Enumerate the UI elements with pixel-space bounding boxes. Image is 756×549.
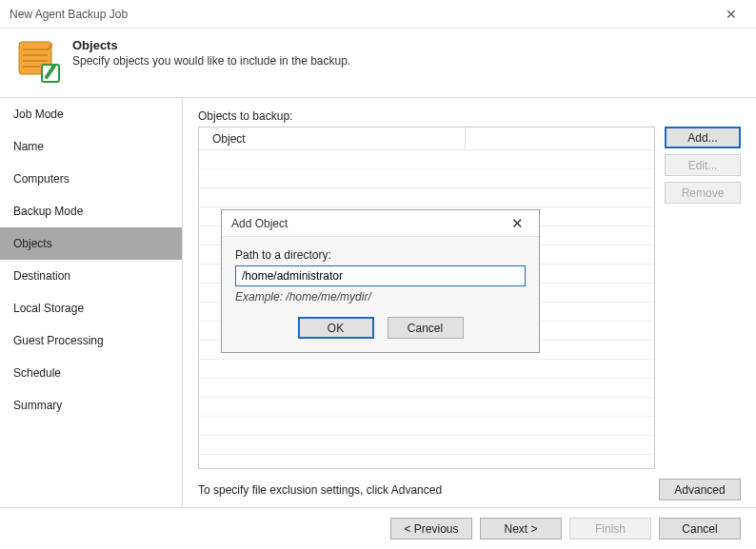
dialog-titlebar: Add Object ✕ — [222, 210, 539, 237]
dialog-buttons: OK Cancel — [235, 317, 526, 339]
titlebar: New Agent Backup Job ✕ — [0, 0, 756, 29]
table-row[interactable] — [199, 398, 654, 417]
sidebar-item-name[interactable]: Name — [0, 130, 182, 163]
next-button[interactable]: Next > — [480, 518, 562, 539]
sidebar-item-label: Guest Processing — [13, 334, 104, 347]
sidebar-item-destination[interactable]: Destination — [0, 260, 182, 292]
close-icon[interactable]: ✕ — [716, 3, 746, 26]
remove-button: Remove — [665, 182, 741, 204]
finish-button: Finish — [569, 518, 651, 539]
page-header: Objects Specify objects you would like t… — [0, 29, 756, 98]
dialog-ok-button[interactable]: OK — [298, 317, 374, 339]
page-subtitle: Specify objects you would like to includ… — [72, 54, 350, 68]
page-title: Objects — [72, 38, 350, 52]
previous-button[interactable]: < Previous — [390, 518, 472, 539]
table-row[interactable] — [199, 169, 654, 188]
path-input[interactable] — [235, 265, 526, 286]
sidebar-item-label: Computers — [13, 172, 70, 186]
sidebar-item-computers[interactable]: Computers — [0, 163, 182, 195]
path-example: Example: /home/me/mydir/ — [235, 290, 526, 304]
column-object[interactable]: Object — [207, 127, 466, 149]
edit-button: Edit... — [665, 154, 741, 176]
path-label: Path to a directory: — [235, 248, 526, 262]
sidebar-item-label: Schedule — [13, 366, 61, 380]
sidebar-item-guest-processing[interactable]: Guest Processing — [0, 324, 182, 357]
table-row[interactable] — [199, 379, 654, 398]
header-text: Objects Specify objects you would like t… — [72, 38, 350, 68]
sidebar-item-label: Summary — [13, 399, 62, 412]
sidebar-item-label: Backup Mode — [13, 205, 83, 218]
table-row[interactable] — [199, 188, 654, 207]
sidebar-item-label: Name — [13, 140, 44, 153]
table-row[interactable] — [199, 360, 654, 379]
cancel-button[interactable]: Cancel — [659, 518, 741, 539]
dialog-close-icon[interactable]: ✕ — [506, 213, 529, 234]
sidebar-item-summary[interactable]: Summary — [0, 389, 182, 422]
dialog-title: Add Object — [231, 217, 288, 230]
grid-side-buttons: Add... Edit... Remove — [665, 127, 741, 469]
sidebar-item-label: Local Storage — [13, 302, 84, 315]
table-row[interactable] — [199, 417, 654, 436]
wizard-sidebar: Job Mode Name Computers Backup Mode Obje… — [0, 98, 183, 507]
grid-header: Object — [199, 127, 654, 150]
sidebar-item-label: Job Mode — [13, 108, 64, 121]
table-row[interactable] — [199, 436, 654, 455]
add-button[interactable]: Add... — [665, 127, 741, 148]
sidebar-item-job-mode[interactable]: Job Mode — [0, 98, 182, 130]
objects-icon — [15, 38, 61, 84]
dialog-body: Path to a directory: Example: /home/me/m… — [222, 237, 539, 352]
sidebar-item-label: Objects — [13, 237, 52, 250]
objects-to-backup-label: Objects to backup: — [198, 109, 741, 123]
sidebar-item-label: Destination — [13, 269, 70, 283]
wizard-footer: < Previous Next > Finish Cancel — [0, 507, 756, 549]
sidebar-item-schedule[interactable]: Schedule — [0, 357, 182, 389]
sidebar-item-local-storage[interactable]: Local Storage — [0, 292, 182, 324]
add-object-dialog: Add Object ✕ Path to a directory: Exampl… — [221, 209, 540, 353]
sidebar-item-backup-mode[interactable]: Backup Mode — [0, 195, 182, 227]
window-title: New Agent Backup Job — [10, 8, 128, 21]
dialog-cancel-button[interactable]: Cancel — [388, 317, 464, 339]
table-row[interactable] — [199, 150, 654, 169]
hint-row: To specify file exclusion settings, clic… — [198, 479, 741, 500]
sidebar-item-objects[interactable]: Objects — [0, 227, 182, 260]
exclusion-hint: To specify file exclusion settings, clic… — [198, 483, 442, 497]
advanced-button[interactable]: Advanced — [659, 479, 741, 500]
